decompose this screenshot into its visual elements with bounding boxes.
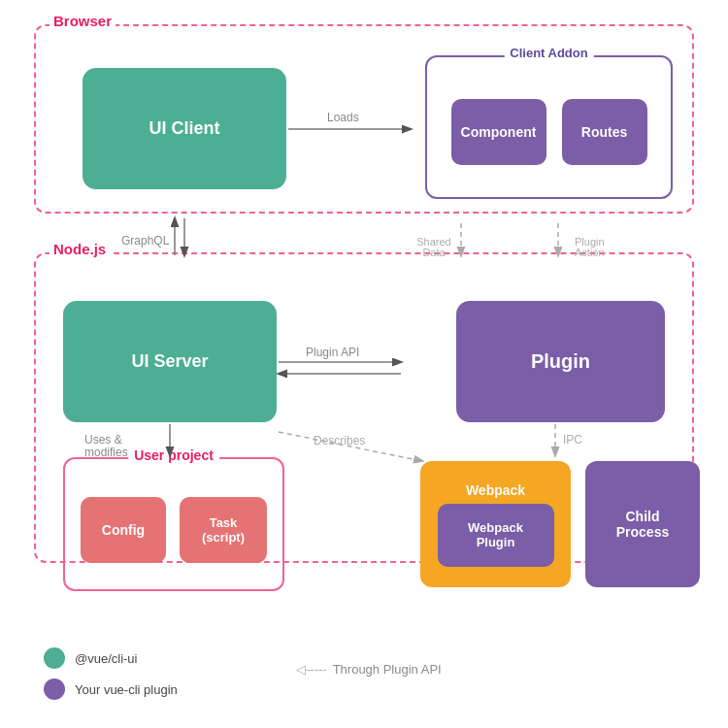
ui-server-box: UI Server — [63, 301, 277, 422]
legend: @vue/cli-ui Your vue-cli plugin — [44, 647, 178, 700]
webpack-box: Webpack Webpack Plugin — [420, 461, 571, 587]
svg-text:Shared: Shared — [416, 236, 450, 248]
child-process-box: Child Process — [585, 461, 700, 587]
legend-through-plugin: ◁----- Through Plugin API — [296, 662, 442, 677]
client-addon-box: Client Addon Component Routes — [425, 55, 673, 199]
webpack-label: Webpack — [466, 482, 525, 498]
user-project-label: User project — [128, 447, 219, 463]
user-project-box: User project Config Task (script) — [63, 457, 284, 591]
green-dot — [44, 647, 65, 669]
green-label: @vue/cli-ui — [75, 651, 138, 666]
task-box: Task (script) — [180, 497, 267, 563]
config-box: Config — [81, 497, 166, 563]
webpack-plugin-box: Webpack Plugin — [438, 504, 554, 567]
purple-dot — [44, 678, 65, 700]
svg-text:GraphQL: GraphQL — [121, 234, 170, 248]
through-plugin-label: Through Plugin API — [333, 662, 442, 677]
browser-label: Browser — [50, 13, 116, 29]
legend-green: @vue/cli-ui — [44, 647, 178, 669]
nodejs-label: Node.js — [50, 241, 110, 257]
ui-client-box: UI Client — [83, 68, 286, 189]
svg-text:Plugin: Plugin — [575, 236, 605, 248]
component-box: Component — [451, 99, 546, 165]
diagram: Browser Node.js UI Client Client Addon C… — [15, 15, 713, 713]
plugin-box: Plugin — [456, 301, 665, 422]
client-addon-label: Client Addon — [504, 46, 593, 60]
routes-box: Routes — [562, 99, 647, 165]
purple-label: Your vue-cli plugin — [75, 682, 178, 697]
legend-purple: Your vue-cli plugin — [44, 678, 178, 700]
